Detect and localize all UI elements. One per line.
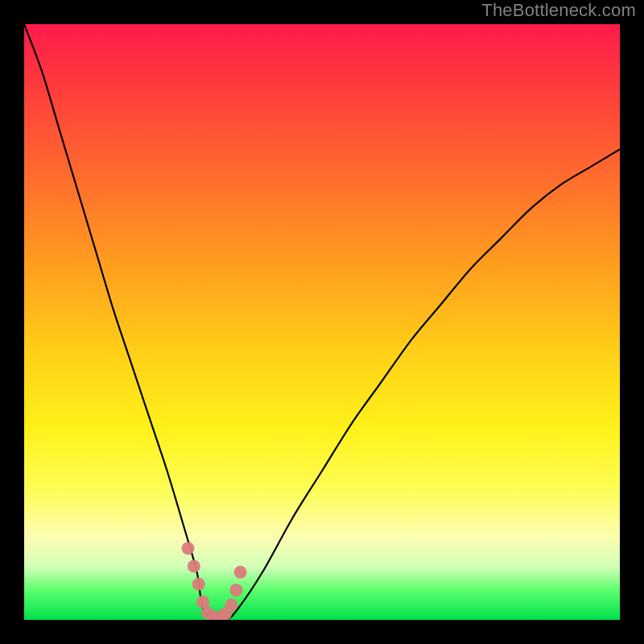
marker-dot <box>192 578 205 591</box>
curve-layer <box>24 24 620 620</box>
highlight-markers <box>182 542 247 620</box>
bottleneck-curve <box>24 24 620 620</box>
watermark-text: TheBottleneck.com <box>481 0 636 21</box>
chart-container: TheBottleneck.com <box>0 0 644 644</box>
marker-dot <box>229 584 242 597</box>
plot-area <box>24 24 620 620</box>
marker-dot <box>225 599 238 612</box>
marker-dot <box>234 566 247 579</box>
marker-dot <box>188 559 200 572</box>
marker-dot <box>182 542 195 555</box>
